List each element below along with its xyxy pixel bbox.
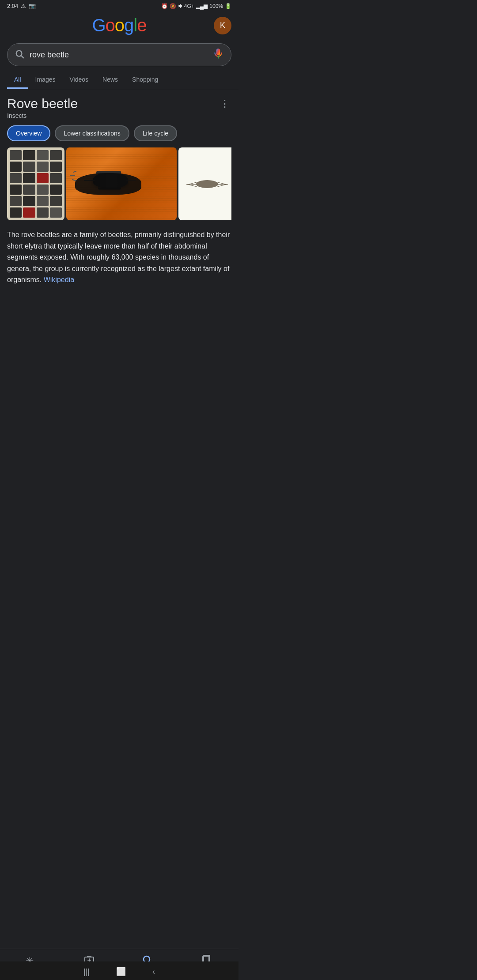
kp-chips: Overview Lower classifications Life cycl… bbox=[7, 125, 231, 141]
tab-images[interactable]: Images bbox=[28, 72, 63, 89]
battery: 100% bbox=[209, 3, 223, 9]
image-thumb-1[interactable] bbox=[7, 147, 64, 220]
chip-overview[interactable]: Overview bbox=[7, 125, 50, 141]
chip-life-cycle[interactable]: Life cycle bbox=[134, 125, 177, 141]
search-bar[interactable]: rove beetle bbox=[7, 43, 231, 66]
description-text: The rove beetles are a family of beetles… bbox=[7, 231, 230, 283]
chip-lower-classifications[interactable]: Lower classifications bbox=[55, 125, 129, 141]
kp-title-group: Rove beetle Insects bbox=[7, 96, 78, 119]
user-avatar[interactable]: K bbox=[214, 17, 231, 34]
image-thumb-2[interactable] bbox=[66, 147, 177, 220]
status-left: 2:04 ⚠ 📷 bbox=[7, 3, 36, 9]
signal-icon: 4G+ bbox=[184, 3, 194, 9]
mic-icon[interactable] bbox=[212, 48, 224, 61]
status-right: ⏰ 🔕 ✱ 4G+ ▂▄▆ 100% 🔋 bbox=[161, 3, 231, 9]
tab-all[interactable]: All bbox=[7, 72, 28, 89]
wikipedia-link[interactable]: Wikipedia bbox=[44, 276, 74, 283]
svg-line-1 bbox=[21, 56, 23, 58]
screenshot-icon: 📷 bbox=[29, 3, 36, 9]
alarm-icon: ⏰ bbox=[161, 3, 168, 9]
header: Google K bbox=[0, 11, 238, 40]
bluetooth-icon: ✱ bbox=[178, 3, 182, 9]
tab-shopping[interactable]: Shopping bbox=[125, 72, 165, 89]
knowledge-panel: Rove beetle Insects ⋮ Overview Lower cla… bbox=[0, 89, 238, 220]
images-row bbox=[7, 147, 231, 220]
google-logo: Google bbox=[92, 15, 146, 35]
search-tabs: All Images Videos News Shopping bbox=[0, 72, 238, 89]
search-icon bbox=[15, 49, 24, 60]
bars-icon: ▂▄▆ bbox=[196, 3, 208, 9]
search-query: rove beetle bbox=[30, 50, 207, 60]
warning-icon: ⚠ bbox=[21, 3, 26, 9]
kp-subtitle: Insects bbox=[7, 112, 78, 119]
kp-title: Rove beetle bbox=[7, 96, 78, 111]
battery-icon: 🔋 bbox=[225, 3, 231, 9]
tab-videos[interactable]: Videos bbox=[62, 72, 95, 89]
tab-news[interactable]: News bbox=[95, 72, 125, 89]
mute-icon: 🔕 bbox=[170, 3, 176, 9]
time: 2:04 bbox=[7, 3, 18, 9]
more-options-icon[interactable]: ⋮ bbox=[218, 96, 231, 111]
description: The rove beetles are a family of beetles… bbox=[0, 220, 238, 294]
kp-title-row: Rove beetle Insects ⋮ bbox=[7, 96, 231, 119]
image-thumb-3[interactable] bbox=[178, 147, 231, 220]
status-bar: 2:04 ⚠ 📷 ⏰ 🔕 ✱ 4G+ ▂▄▆ 100% 🔋 bbox=[0, 0, 238, 11]
